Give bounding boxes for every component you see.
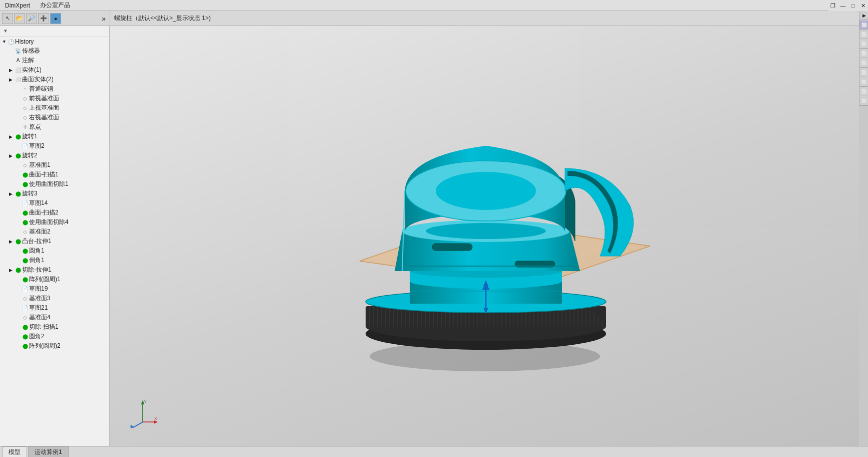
right-icon-2[interactable]: ⬜: [859, 21, 868, 30]
part-3d-view: [310, 91, 660, 381]
toolbar-btn-blue[interactable]: ●: [50, 13, 61, 24]
svg-point-74: [436, 172, 536, 210]
tree-item-top-plane[interactable]: ◇ 上视基准面: [0, 103, 109, 113]
menu-dimxpert[interactable]: DimXpert: [0, 1, 35, 10]
right-icon-7[interactable]: ⬜: [859, 68, 868, 77]
history-icon: 🕐: [7, 38, 15, 46]
tree-item-sensors[interactable]: 📡 传感器: [0, 46, 109, 56]
toolbar-expand-btn[interactable]: »: [100, 15, 108, 23]
coordinate-axes: Y X Z: [128, 398, 158, 428]
menu-bar: DimXpert 办公室产品 ❐ — □ ✕: [0, 0, 868, 11]
tree-item-revolve2[interactable]: ▶ ⬤ 旋转2: [0, 151, 109, 160]
restore-button[interactable]: ❐: [828, 0, 838, 11]
svg-point-72: [426, 223, 546, 239]
tree-item-datum2[interactable]: ◇ 基准面2: [0, 227, 109, 237]
right-icon-8[interactable]: ⬜: [859, 78, 868, 87]
minimize-button[interactable]: —: [838, 0, 848, 11]
svg-text:X: X: [154, 416, 157, 421]
status-bar: 模型 运动算例1: [0, 446, 868, 457]
tree-item-sweep2[interactable]: ⬤ 曲面-扫描2: [0, 208, 109, 217]
right-icon-5[interactable]: ⬜: [859, 49, 868, 58]
right-icon-4[interactable]: ⬜: [859, 40, 868, 49]
tree-item-pattern2[interactable]: ⬤ 阵列(圆周)2: [0, 341, 109, 351]
tree-item-surface2[interactable]: ▶ ⬜ 曲面实体(2): [0, 75, 109, 84]
right-icon-1[interactable]: ▶: [859, 11, 868, 20]
tree-item-cut4[interactable]: ⬤ 使用曲面切除4: [0, 217, 109, 227]
right-icon-10[interactable]: ⬜: [859, 97, 868, 106]
right-panel: ▶ ⬜ ⬜ ⬜ ⬜ ⬜ ⬜ ⬜ ⬜ ⬜: [859, 11, 868, 106]
history-expand-arrow: ▼: [2, 39, 7, 44]
history-label: History: [15, 38, 34, 45]
menu-office[interactable]: 办公室产品: [35, 0, 75, 11]
title-text: 螺旋柱（默认<<默认>_显示状态 1>): [114, 14, 211, 23]
tree-item-fillet2[interactable]: ⬤ 圆角2: [0, 332, 109, 341]
tree-item-boss-extrude1[interactable]: ▶ ⬤ 凸台-拉伸1: [0, 237, 109, 246]
svg-line-89: [133, 422, 143, 427]
sidebar-header: ▼: [0, 26, 109, 37]
3d-viewport[interactable]: Y X Z: [110, 26, 859, 446]
tree-item-front-plane[interactable]: ◇ 前视基准面: [0, 94, 109, 103]
tree-item-cut-extrude1[interactable]: ▶ ⬤ 切除-拉伸1: [0, 265, 109, 275]
window-controls: ❐ — □ ✕: [828, 0, 868, 11]
tree-item-fillet1[interactable]: ⬤ 圆角1: [0, 246, 109, 256]
close-button[interactable]: ✕: [858, 0, 868, 11]
tab-model[interactable]: 模型: [2, 446, 27, 458]
tree-item-sketch21[interactable]: 📄 草图21: [0, 303, 109, 313]
filter-icon: ▼: [3, 28, 8, 34]
tree-item-sketch2[interactable]: 📄 草图2: [0, 141, 109, 151]
tree-item-cut1[interactable]: ⬤ 使用曲面切除1: [0, 179, 109, 189]
tree-item-origin[interactable]: ✛ 原点: [0, 122, 109, 132]
tree-item-datum3[interactable]: ◇ 基准面3: [0, 294, 109, 303]
tab-motion[interactable]: 运动算例1: [28, 446, 69, 458]
tree-item-revolve3[interactable]: ▶ ⬤ 旋转3: [0, 189, 109, 198]
tree-item-chamfer1[interactable]: ⬤ 倒角1: [0, 256, 109, 265]
document-title: 螺旋柱（默认<<默认>_显示状态 1>): [110, 11, 859, 26]
right-icon-6[interactable]: ⬜: [859, 59, 868, 68]
tree-item-annotations[interactable]: A 注解: [0, 56, 109, 65]
tree-item-pattern1[interactable]: ⬤ 阵列(圆周)1: [0, 275, 109, 284]
tree-item-revolve1[interactable]: ▶ ⬤ 旋转1: [0, 132, 109, 141]
toolbar-btn-cursor[interactable]: ↖: [2, 13, 13, 24]
tree-item-sweep1[interactable]: ⬤ 曲面-扫描1: [0, 170, 109, 179]
toolbar-btn-add[interactable]: ➕: [38, 13, 49, 24]
toolbar-btn-search[interactable]: 🔎: [26, 13, 37, 24]
tree-item-datum1[interactable]: ◇ 基准面1: [0, 160, 109, 170]
maximize-button[interactable]: □: [848, 0, 858, 11]
tree-item-solid1[interactable]: ▶ ⬜ 实体(1): [0, 65, 109, 75]
history-node[interactable]: ▼ 🕐 History: [0, 37, 109, 46]
feature-tree-sidebar: ▼ ▼ 🕐 History 📡 传感器 A 注解 ▶ ⬜ 实体(1) ▶ ⬜ 曲…: [0, 26, 110, 446]
svg-text:Z: Z: [130, 424, 132, 428]
toolbar-btn-open[interactable]: 📂: [14, 13, 25, 24]
tree-item-sketch14[interactable]: 📄 草图14: [0, 198, 109, 208]
svg-rect-75: [432, 244, 472, 251]
right-icon-3[interactable]: ⬜: [859, 30, 868, 39]
left-toolbar: ↖ 📂 🔎 ➕ ● »: [0, 11, 110, 26]
tree-item-cut-sweep1[interactable]: ⬤ 切除-扫描1: [0, 322, 109, 332]
tree-item-carbon-steel[interactable]: ≡ 普通碳钢: [0, 84, 109, 94]
tree-item-sketch19[interactable]: 📄 草图19: [0, 284, 109, 294]
tree-item-right-plane[interactable]: ◇ 右视基准面: [0, 113, 109, 122]
svg-text:Y: Y: [144, 399, 147, 404]
right-icon-9[interactable]: ⬜: [859, 87, 868, 96]
tree-item-datum4[interactable]: ◇ 基准面4: [0, 313, 109, 322]
